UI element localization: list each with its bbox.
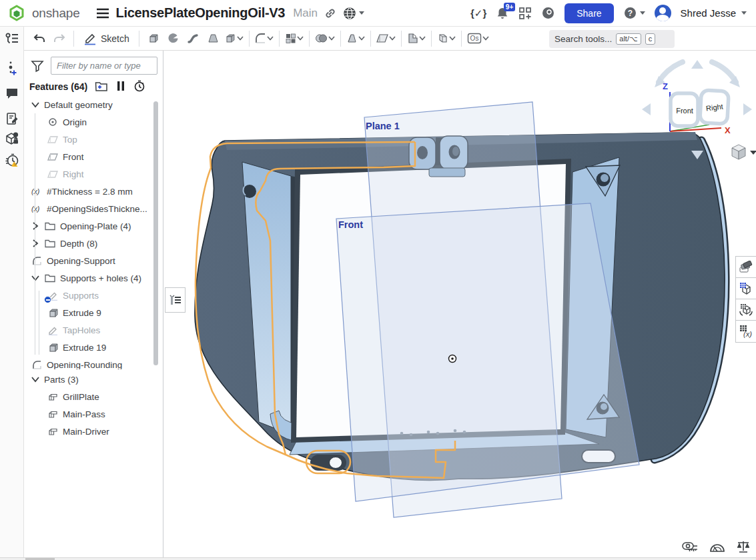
- named-views-panel-button[interactable]: [736, 299, 756, 321]
- add-folder-button[interactable]: [95, 81, 108, 92]
- chevron-right-icon[interactable]: [31, 221, 40, 231]
- left-rail: ? !: [0, 51, 24, 557]
- mass-properties-button[interactable]: [736, 540, 751, 556]
- viewcube-front-label: Front: [676, 107, 693, 115]
- tree-item-origin[interactable]: Origin: [24, 113, 160, 131]
- tree-item-label: #OpeningSidesThickne...: [47, 204, 147, 214]
- origin-marker[interactable]: [449, 355, 456, 363]
- tree-item-thickness-2-8-mm[interactable]: (x)#Thickness = 2.8 mm: [24, 183, 160, 200]
- view-settings-button[interactable]: [732, 145, 756, 159]
- configurations-panel-button[interactable]: (x): [736, 321, 756, 342]
- tree-item-opening-support[interactable]: Opening-Support: [24, 252, 160, 269]
- tree-item-right[interactable]: Right: [24, 165, 160, 183]
- tree-item-extrude-9[interactable]: Extrude 9: [24, 304, 160, 321]
- tree-item-top[interactable]: Top: [24, 131, 160, 148]
- tree-item-extrude-19[interactable]: Extrude 19: [24, 339, 160, 356]
- plane-icon: [47, 133, 59, 145]
- sweep-button[interactable]: [183, 29, 204, 49]
- chevron-down-icon[interactable]: [31, 100, 40, 109]
- front-plane-label[interactable]: Front: [338, 219, 363, 230]
- display-states-panel-button[interactable]: [736, 278, 756, 299]
- plane-button[interactable]: [375, 29, 397, 49]
- tree-item-opening-rounding[interactable]: Opening-Rounding: [24, 356, 160, 369]
- boolean-button[interactable]: [314, 29, 336, 49]
- roll-cw-arrow: [712, 62, 736, 82]
- comments-button[interactable]: [4, 85, 20, 101]
- view-cube[interactable]: Front Right: [671, 90, 729, 126]
- user-menu-caret-icon[interactable]: [741, 11, 747, 15]
- avatar[interactable]: [655, 5, 671, 21]
- front-plane[interactable]: [336, 203, 639, 501]
- thicken-button[interactable]: [224, 29, 245, 49]
- filter-input[interactable]: [51, 57, 157, 75]
- share-button[interactable]: Share: [564, 3, 613, 23]
- linear-pattern-button[interactable]: [284, 29, 305, 49]
- svg-text:Os: Os: [470, 35, 478, 42]
- enclose-button[interactable]: [436, 29, 457, 49]
- tree-item-parts-3[interactable]: Parts (3): [24, 371, 160, 388]
- custom-features-button[interactable]: Os: [466, 29, 490, 49]
- part-icon: [47, 408, 59, 420]
- link-icon[interactable]: [324, 7, 336, 19]
- kbd-c: c: [645, 33, 656, 45]
- viewport-3d[interactable]: Plane 1 Front Y X Z: [163, 51, 756, 558]
- insert-marker-button[interactable]: [4, 60, 20, 76]
- sheet-metal-button[interactable]: [406, 29, 427, 49]
- chevron-right-icon[interactable]: [31, 239, 40, 248]
- screw-hole-top-left: [243, 185, 256, 198]
- tree-item-main-driver[interactable]: Main-Driver: [24, 423, 160, 440]
- workspace-branch[interactable]: Main: [293, 7, 318, 20]
- tree-item-main-pass[interactable]: Main-Pass: [24, 405, 160, 423]
- roll-ccw-arrow: [659, 62, 683, 82]
- tree-item-label: Origin: [63, 117, 87, 127]
- ai-advisor-button[interactable]: [541, 6, 555, 20]
- document-menu-icon[interactable]: [96, 8, 109, 19]
- extrude-icon: [47, 307, 59, 319]
- tree-item-supports-holes-4[interactable]: Supports + holes (4): [24, 269, 160, 287]
- feature-statistics-button[interactable]: [133, 80, 145, 92]
- tree-item-default-geometry[interactable]: Default geometry: [24, 96, 160, 113]
- revolve-button[interactable]: [163, 29, 183, 49]
- tree-item-opening-plate-4[interactable]: Opening-Plate (4): [24, 217, 160, 235]
- tree-item-label: Extrude 9: [63, 308, 101, 318]
- fillet-button[interactable]: [254, 29, 275, 49]
- chevron-down-icon[interactable]: [31, 273, 40, 283]
- featurescript-check-icon[interactable]: {✓}: [470, 7, 486, 19]
- tree-item-grillplate[interactable]: GrillPlate: [24, 388, 160, 405]
- tree-item-tapholes[interactable]: TapHoles: [24, 321, 160, 339]
- plane-1-label[interactable]: Plane 1: [366, 121, 400, 131]
- undo-button[interactable]: [29, 29, 49, 49]
- tree-item-label: Parts (3): [44, 375, 79, 385]
- redo-button[interactable]: [49, 29, 69, 49]
- onshape-logo-icon: [8, 5, 25, 22]
- feature-list-flyout-handle[interactable]: [165, 287, 185, 313]
- measure-distance-button[interactable]: [681, 540, 699, 556]
- search-tools[interactable]: Search tools... alt/⌥c: [549, 30, 675, 48]
- appearance-panel-button[interactable]: [736, 257, 756, 278]
- extrude-button[interactable]: [143, 29, 163, 49]
- sketch-icon: [47, 289, 59, 301]
- performance-warning-button[interactable]: !: [4, 152, 20, 168]
- chevron-down-icon[interactable]: [31, 375, 40, 384]
- loft-button[interactable]: [204, 29, 224, 49]
- tree-item-openingsidesthickne[interactable]: (x)#OpeningSidesThickne...: [24, 200, 160, 217]
- document-notes-button[interactable]: [4, 111, 20, 127]
- draft-button[interactable]: [345, 29, 366, 49]
- model-scene[interactable]: Plane 1 Front Y X Z: [163, 51, 756, 558]
- app-store-button[interactable]: [518, 7, 532, 20]
- features-scrollbar[interactable]: [153, 101, 158, 365]
- measure-angle-button[interactable]: [709, 541, 725, 555]
- slot-bottom-left-end: [330, 457, 342, 469]
- tree-item-depth-8[interactable]: Depth (8): [24, 235, 160, 252]
- filter-icon[interactable]: [31, 59, 44, 75]
- sketch-button[interactable]: Sketch: [78, 29, 135, 49]
- extrude-icon: [47, 341, 59, 353]
- model-health-button[interactable]: ?: [4, 131, 20, 147]
- pause-rebuild-button[interactable]: [117, 81, 125, 91]
- feature-list-toggle[interactable]: [5, 32, 19, 45]
- public-document-icon[interactable]: [343, 7, 364, 20]
- notifications-button[interactable]: 9+: [496, 7, 509, 20]
- tree-item-front[interactable]: Front: [24, 148, 160, 165]
- tree-item-supports[interactable]: Supports: [24, 287, 160, 304]
- help-button[interactable]: ?: [623, 6, 645, 20]
